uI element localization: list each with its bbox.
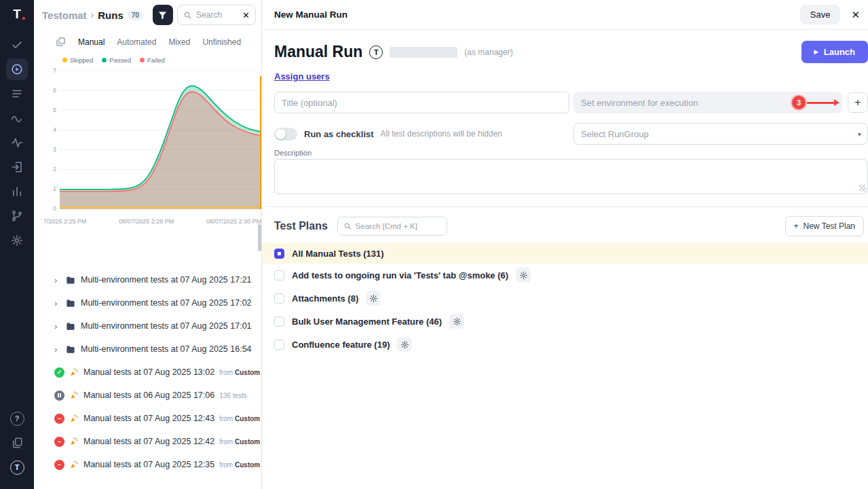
runs-icon[interactable] xyxy=(6,58,28,80)
launch-button[interactable]: ▶ Launch xyxy=(801,41,868,63)
party-icon xyxy=(69,414,79,423)
settings-gear-icon[interactable] xyxy=(6,230,28,251)
tab-mixed[interactable]: Mixed xyxy=(168,37,190,47)
breadcrumb-app[interactable]: Testomat xyxy=(42,10,87,21)
status-failed-icon: – xyxy=(54,414,64,424)
runs-list: › Multi-environment tests at 07 Aug 2025… xyxy=(34,268,261,476)
breadcrumb-page[interactable]: Runs xyxy=(98,10,124,21)
test-plans-search[interactable] xyxy=(337,217,447,236)
add-environment-button[interactable]: + xyxy=(848,92,868,113)
plan-settings-button[interactable] xyxy=(397,337,412,352)
test-plan-row[interactable]: Add tests to ongoing run via 'Tests' tab… xyxy=(262,264,868,287)
test-plan-row[interactable]: All Manual Tests (131) xyxy=(262,243,868,264)
assign-users-link[interactable]: Assign users xyxy=(274,71,330,82)
description-textarea[interactable] xyxy=(274,159,868,194)
run-meta: from Custom xyxy=(219,415,260,422)
run-meta: from Custom xyxy=(219,461,260,469)
plus-icon: + xyxy=(794,221,799,231)
tab-unfinished[interactable]: Unfinished xyxy=(202,37,241,47)
run-title: Manual tests at 07 Aug 2025 13:02 xyxy=(83,367,214,377)
run-folder-row[interactable]: › Multi-environment tests at 07 Aug 2025… xyxy=(34,291,261,314)
filter-button[interactable] xyxy=(153,5,173,25)
test-plan-row[interactable]: Bulk User Management Feature (46) xyxy=(262,310,868,333)
clear-search-icon[interactable]: ✕ xyxy=(242,11,250,20)
checkbox[interactable] xyxy=(274,340,284,350)
panel-title: New Manual Run xyxy=(274,10,347,20)
environment-input[interactable] xyxy=(573,92,842,113)
run-title: Manual tests at 07 Aug 2025 12:35 xyxy=(83,460,214,469)
gear-icon xyxy=(453,317,461,326)
run-row[interactable]: ✓ Manual tests at 07 Aug 2025 13:02 from… xyxy=(34,361,261,384)
test-plan-label: Bulk User Management Feature (46) xyxy=(292,316,442,327)
panel-body: Manual Run T (as manager) ▶ Launch Assig… xyxy=(262,30,868,356)
status-failed-icon: – xyxy=(54,437,64,447)
tasks-icon[interactable] xyxy=(6,34,28,56)
import-icon[interactable] xyxy=(6,156,28,178)
docs-copy-icon[interactable] xyxy=(6,432,28,454)
run-title: Multi-environment tests at 07 Aug 2025 1… xyxy=(81,321,252,331)
play-icon: ▶ xyxy=(814,49,818,55)
close-icon[interactable]: ✕ xyxy=(851,10,860,20)
checklist-icon[interactable] xyxy=(6,83,28,105)
activity-icon[interactable] xyxy=(6,132,28,153)
run-row[interactable]: – Manual tests at 07 Aug 2025 12:42 from… xyxy=(34,430,261,453)
runs-trend-chart: 7 6 5 4 3 2 1 0 xyxy=(34,65,261,212)
run-title: Manual tests at 06 Aug 2025 17:06 xyxy=(83,391,214,400)
title-input[interactable] xyxy=(274,92,569,113)
clone-icon[interactable] xyxy=(56,37,66,47)
test-plan-label: Add tests to ongoing run via 'Tests' tab… xyxy=(292,270,508,280)
reports-chart-icon[interactable] xyxy=(6,181,28,202)
test-plans-search-field[interactable] xyxy=(356,222,441,230)
new-test-plan-button[interactable]: + New Test Plan xyxy=(785,216,865,236)
run-folder-row[interactable]: › Multi-environment tests at 07 Aug 2025… xyxy=(34,268,261,291)
profile-icon[interactable]: T xyxy=(6,456,28,478)
test-plans-header: Test Plans + New Test Plan xyxy=(262,207,868,243)
chevron-right-icon[interactable]: › xyxy=(54,321,60,331)
rungroup-select[interactable]: ▾ xyxy=(573,123,868,145)
breadcrumb-separator: › xyxy=(91,10,94,20)
checkbox[interactable] xyxy=(274,316,284,327)
resize-grip-icon[interactable] xyxy=(859,185,866,192)
rungroup-field[interactable] xyxy=(573,123,868,145)
scrollbar-thumb[interactable] xyxy=(258,224,261,251)
run-meta: 136 tests xyxy=(219,392,247,399)
runs-search-input[interactable]: ✕ xyxy=(177,5,256,25)
chart-plot-area xyxy=(60,71,261,209)
test-plan-row[interactable]: Attachments (8) xyxy=(262,287,868,310)
branches-icon[interactable] xyxy=(6,205,28,227)
chevron-right-icon[interactable]: › xyxy=(54,298,60,308)
new-manual-run-panel: New Manual Run Save ✕ Manual Run T (as m… xyxy=(262,0,868,489)
runs-search-field[interactable] xyxy=(196,10,238,20)
legend-passed[interactable]: Passed xyxy=(102,56,131,64)
plan-settings-button[interactable] xyxy=(449,314,464,329)
checkbox[interactable] xyxy=(274,293,284,304)
chart-x-axis: 7/2025 2:25 PM 08/07/2025 2:28 PM 08/07/… xyxy=(34,212,261,225)
passed-dot-icon xyxy=(102,58,107,62)
run-as-checklist-toggle[interactable] xyxy=(274,128,297,141)
run-title-heading: Manual Run xyxy=(274,43,362,61)
run-folder-row[interactable]: › Multi-environment tests at 07 Aug 2025… xyxy=(34,338,261,361)
party-icon xyxy=(69,437,79,446)
plan-settings-button[interactable] xyxy=(366,291,381,306)
legend-skipped[interactable]: Skipped xyxy=(62,56,93,64)
tab-automated[interactable]: Automated xyxy=(117,37,156,47)
save-button[interactable]: Save xyxy=(800,5,841,24)
checkbox[interactable] xyxy=(274,270,284,280)
run-title: Multi-environment tests at 07 Aug 2025 1… xyxy=(81,344,252,354)
run-row[interactable]: – Manual tests at 07 Aug 2025 12:35 from… xyxy=(34,453,261,476)
test-plan-row[interactable]: Confluence feature (19) xyxy=(262,333,868,356)
tab-manual[interactable]: Manual xyxy=(78,37,105,47)
chevron-right-icon[interactable]: › xyxy=(54,275,60,285)
run-row[interactable]: Manual tests at 06 Aug 2025 17:06 136 te… xyxy=(34,384,261,407)
run-row[interactable]: – Manual tests at 07 Aug 2025 12:43 from… xyxy=(34,407,261,430)
plan-settings-button[interactable] xyxy=(516,268,531,283)
analytics-wave-icon[interactable] xyxy=(6,107,28,129)
app-logo[interactable]: T xyxy=(13,7,21,22)
checkbox-checked[interactable] xyxy=(274,249,284,259)
runs-panel-header: Testomat › Runs 70 ✕ xyxy=(34,0,261,30)
legend-failed[interactable]: Failed xyxy=(140,56,165,64)
search-icon xyxy=(183,11,192,20)
run-folder-row[interactable]: › Multi-environment tests at 07 Aug 2025… xyxy=(34,314,261,338)
chevron-right-icon[interactable]: › xyxy=(54,344,60,355)
help-icon[interactable]: ? xyxy=(6,408,28,429)
